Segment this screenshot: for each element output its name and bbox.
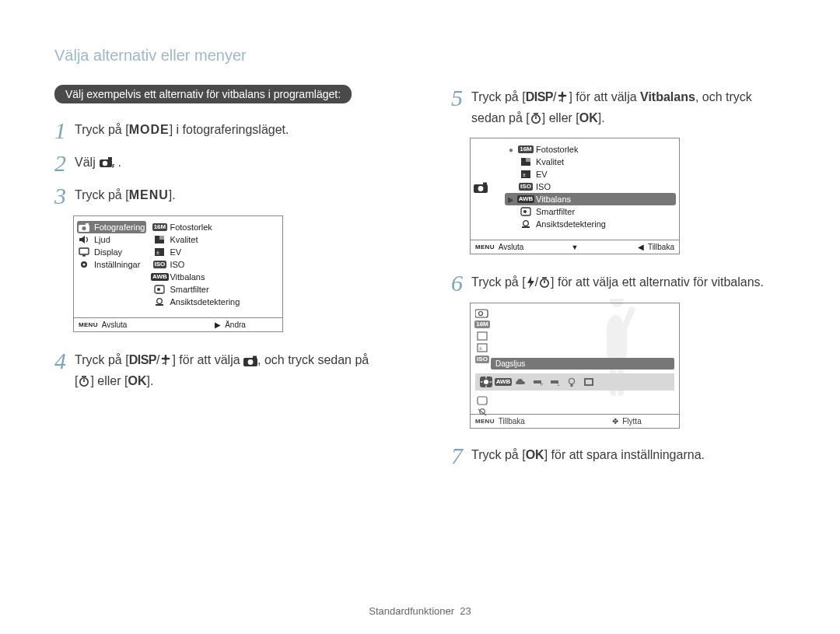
step-text: Tryck på [DISP/] för att välja Vitbalans… xyxy=(471,85,752,130)
opt-vitbalans: ▶AWBVitbalans xyxy=(505,193,676,205)
opt-iso: ISOISO xyxy=(152,258,279,271)
ev-icon: ± xyxy=(520,170,531,179)
quality-icon xyxy=(475,331,489,341)
camera-icon xyxy=(79,222,89,232)
example-pill: Välj exempelvis ett alternativ för vitba… xyxy=(54,85,352,103)
svg-text:L: L xyxy=(558,382,560,387)
step-number: 2 xyxy=(54,150,75,175)
svg-rect-6 xyxy=(86,223,89,226)
svg-point-21 xyxy=(162,358,165,360)
gear-icon xyxy=(79,260,89,269)
svg-point-18 xyxy=(157,299,163,304)
camera-icon xyxy=(474,182,499,194)
step-5: 5 Tryck på [DISP/] för att välja Vitbala… xyxy=(451,85,786,130)
step-number: 6 xyxy=(451,270,471,295)
svg-rect-70 xyxy=(571,384,573,387)
wb-opt-fluorescent-h: H xyxy=(531,377,544,387)
wb-opt-awb: AWB xyxy=(497,377,509,387)
opt-fotostorlek: ●16MFotostorlek xyxy=(505,143,676,156)
svg-point-25 xyxy=(248,359,254,365)
camera-p-icon: P xyxy=(99,156,114,174)
svg-point-17 xyxy=(157,288,160,291)
opt-vitbalans: AWBVitbalans xyxy=(152,271,279,283)
step-3: 3 Tryck på [MENU]. xyxy=(54,183,404,208)
self-timer-icon xyxy=(78,374,90,393)
step-number: 7 xyxy=(451,443,471,468)
step-7: 7 Tryck på [OK] för att spara inställnin… xyxy=(451,443,786,468)
ev-icon: ± xyxy=(475,343,489,352)
lcd-right-options: 16MFotostorlek Kvalitet ±EV ISOISO AWBVi… xyxy=(149,216,282,317)
svg-text:±: ± xyxy=(156,250,159,255)
lcd-wb-screenshot: 16M ± ISO Dagsljus AWB H L xyxy=(470,303,680,429)
page-footer: Standardfunktioner 23 xyxy=(0,605,840,617)
disp-key: DISP xyxy=(129,353,156,366)
svg-rect-8 xyxy=(79,248,89,254)
svg-rect-52 xyxy=(475,310,488,317)
svg-point-32 xyxy=(564,95,567,97)
ok-key: OK xyxy=(526,448,544,461)
flash-icon xyxy=(526,275,535,294)
opt-fotostorlek: 16MFotostorlek xyxy=(152,221,279,233)
macro-flower-icon xyxy=(556,90,569,109)
svg-text:±: ± xyxy=(479,345,482,351)
svg-point-60 xyxy=(484,380,488,384)
mode-key: MODE xyxy=(129,123,170,136)
step-6: 6 Tryck på [/] för att välja ett alterna… xyxy=(451,270,786,295)
camera-icon xyxy=(243,353,257,372)
smartfilter-icon xyxy=(520,207,531,216)
step-text: Tryck på [DISP/] för att välja , och try… xyxy=(75,348,369,393)
lcd-bottom-bar: MENUTillbaka ✥Flytta xyxy=(471,414,679,428)
svg-marker-7 xyxy=(79,236,85,243)
smartfilter-icon xyxy=(154,285,165,294)
ok-key: OK xyxy=(128,374,146,387)
svg-rect-47 xyxy=(522,226,530,228)
tab-ljud: Ljud xyxy=(77,233,146,246)
svg-text:H: H xyxy=(541,382,543,387)
left-arrow-icon: ◀ xyxy=(638,243,644,251)
step-2: 2 Välj P . xyxy=(54,150,404,175)
svg-point-38 xyxy=(478,186,484,191)
self-timer-icon xyxy=(530,111,542,130)
lcd-menu-screenshot-1: Fotografering Ljud Display Inställningar xyxy=(73,215,283,332)
svg-rect-26 xyxy=(253,356,257,359)
wb-options-strip: AWB H L xyxy=(475,373,674,391)
tab-fotografering: Fotografering xyxy=(77,221,146,233)
svg-point-53 xyxy=(479,312,483,316)
page-title: Välja alternativ eller menyer xyxy=(54,47,786,65)
svg-rect-41 xyxy=(526,158,530,162)
lcd-bottom-bar: MENUAvsluta ▼ ◀Tillbaka xyxy=(471,240,679,254)
lcd3-side-icons: 16M ± ISO xyxy=(475,308,489,417)
svg-point-11 xyxy=(82,263,85,265)
wb-opt-fluorescent-l: L xyxy=(548,377,561,387)
opt-ev: ±EV xyxy=(152,246,279,258)
svg-rect-9 xyxy=(82,255,86,257)
disp-key: DISP xyxy=(526,90,553,103)
svg-rect-1 xyxy=(108,157,112,160)
right-column: 5 Tryck på [DISP/] för att välja Vitbala… xyxy=(451,85,786,475)
tab-display: Display xyxy=(77,246,146,258)
step-text: Välj P . xyxy=(75,150,121,174)
svg-rect-57 xyxy=(478,397,487,405)
svg-point-31 xyxy=(558,95,562,97)
step-text: Tryck på [/] för att välja ett alternati… xyxy=(471,270,764,294)
lcd-left-tabs: Fotografering Ljud Display Inställningar xyxy=(74,216,149,317)
lcd-menu-screenshot-2: ●16MFotostorlek Kvalitet ±EV ISOISO ▶AWB… xyxy=(470,138,680,254)
opt-ansiktsdetektering: Ansiktsdetektering xyxy=(505,218,676,230)
step-number: 3 xyxy=(54,183,75,208)
quality-icon xyxy=(154,235,165,244)
left-column: Välj exempelvis ett alternativ för vitba… xyxy=(54,85,404,475)
svg-point-22 xyxy=(167,358,170,360)
menu-key: MENU xyxy=(129,188,169,201)
step-4: 4 Tryck på [DISP/] för att välja , och t… xyxy=(54,348,404,393)
step-text: Tryck på [OK] för att spara inställninga… xyxy=(471,443,705,464)
opt-ev: ±EV xyxy=(505,168,676,180)
svg-rect-72 xyxy=(586,380,592,384)
svg-point-33 xyxy=(562,92,564,95)
svg-rect-39 xyxy=(483,183,487,186)
macro-flower-icon xyxy=(159,353,172,372)
lcd-bottom-bar: MENUAvsluta ▶Ändra xyxy=(74,317,282,331)
step-number: 1 xyxy=(54,117,75,142)
step-text: Tryck på [MENU]. xyxy=(75,183,176,205)
smartfilter-icon xyxy=(475,396,489,405)
opt-smartfilter: Smartfilter xyxy=(505,205,676,218)
